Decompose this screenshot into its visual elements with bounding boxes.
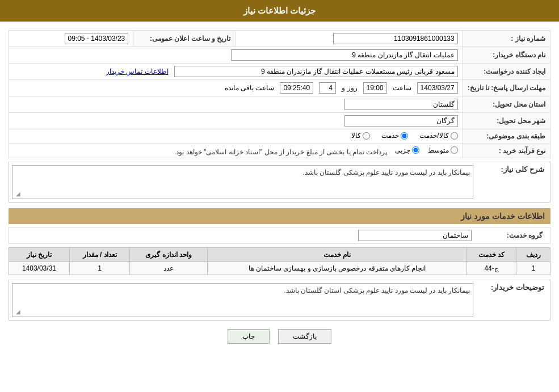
deadline-date-box: 1403/03/27 bbox=[417, 82, 458, 94]
service-group-row: گروه خدمت: ساختمان bbox=[9, 227, 550, 244]
back-button[interactable]: بازگشت bbox=[278, 329, 331, 344]
cell-row_num: 1 bbox=[516, 262, 550, 275]
service-group-box: ساختمان bbox=[358, 230, 472, 241]
col-row-num: ردیف bbox=[516, 248, 550, 262]
cell-quantity: 1 bbox=[69, 262, 130, 275]
buyer-resize-icon: ◢ bbox=[14, 309, 20, 315]
resize-icon: ◢ bbox=[14, 191, 20, 197]
radio-service: خدمت bbox=[381, 132, 408, 140]
deadline-days-box: 4 bbox=[319, 82, 336, 94]
city-value: گرگان bbox=[9, 113, 463, 129]
services-table: ردیف کد خدمت نام خدمت واحد اندازه گیری ت… bbox=[9, 247, 550, 275]
radio-medium-label: متوسط bbox=[428, 146, 449, 154]
city-label: شهر محل تحویل: bbox=[463, 113, 550, 129]
deadline-days-label-text: روز و bbox=[342, 84, 357, 92]
deadline-row: 1403/03/27 ساعت 19:00 روز و 4 09:25:40 س… bbox=[9, 80, 463, 96]
radio-part: جزیی bbox=[395, 146, 419, 154]
radio-goods-service-input[interactable] bbox=[451, 132, 458, 140]
main-wrapper: جزئیات اطلاعات نیاز شماره نیاز : 1103091… bbox=[0, 0, 559, 355]
category-label: طبقه بندی موضوعی: bbox=[463, 129, 550, 144]
deadline-time-box: 19:00 bbox=[363, 82, 387, 94]
creator-box: مسعود قربانی رئیس مستعملات عملیات انتقال… bbox=[174, 66, 458, 77]
province-label: استان محل تحویل: bbox=[463, 96, 550, 113]
city-box: گرگان bbox=[344, 115, 458, 127]
col-unit: واحد اندازه گیری bbox=[130, 248, 208, 262]
deadline-remaining-label-text: ساعت باقی مانده bbox=[225, 84, 275, 92]
content-area: شماره نیاز : 1103091861000133 تاریخ و سا… bbox=[0, 27, 559, 355]
cell-service_name: انجام کارهای متفرقه درخصوص بازسازی و بهس… bbox=[208, 262, 467, 275]
announce-value: 1403/03/23 - 09:05 bbox=[9, 31, 133, 47]
process-row: متوسط جزیی پرداخت تمام یا بخشی از مبلغ خ… bbox=[9, 144, 463, 158]
need-desc-label: شرح کلی نیاز: bbox=[473, 165, 547, 174]
need-number-box: 1103091861000133 bbox=[333, 33, 458, 44]
cell-need_date: 1403/03/31 bbox=[9, 262, 70, 275]
process-group: متوسط جزیی bbox=[395, 146, 458, 154]
need-number-label: شماره نیاز : bbox=[463, 31, 550, 47]
radio-goods-service-label: کالا/خدمت bbox=[419, 132, 448, 140]
buyer-desc-box: پیمانکار باید در لیست مورد تایید علوم پز… bbox=[12, 283, 473, 317]
deadline-label: مهلت ارسال پاسخ: تا تاریخ: bbox=[463, 80, 550, 96]
radio-part-label: جزیی bbox=[395, 146, 410, 154]
buyer-desc-container: پیمانکار باید در لیست مورد تایید علوم پز… bbox=[12, 283, 473, 317]
service-group-label: گروه خدمت: bbox=[472, 231, 545, 239]
col-quantity: تعداد / مقدار bbox=[69, 248, 130, 262]
need-desc-container: پیمانکار باید در لیست مورد تایید علوم پز… bbox=[12, 165, 473, 199]
contact-link[interactable]: اطلاعات تماس خریدار bbox=[106, 68, 169, 75]
need-desc-section: شرح کلی نیاز: پیمانکار باید در لیست مورد… bbox=[9, 162, 550, 203]
process-note: پرداخت تمام یا بخشی از مبلغ خریدار از مح… bbox=[174, 147, 387, 155]
buyer-desc-text: پیمانکار باید در لیست مورد تایید علوم پز… bbox=[15, 286, 470, 294]
print-button[interactable]: چاپ bbox=[228, 329, 270, 344]
deadline-time-label-text: ساعت bbox=[393, 84, 411, 92]
radio-service-input[interactable] bbox=[401, 132, 408, 140]
buttons-row: بازگشت چاپ bbox=[9, 329, 550, 344]
page-title: جزئیات اطلاعات نیاز bbox=[243, 6, 316, 15]
buyer-desc-label: توضیحات خریدار: bbox=[473, 283, 547, 292]
province-box: گلستان bbox=[344, 99, 458, 110]
category-radio-group: کالا/خدمت خدمت کالا bbox=[351, 132, 457, 140]
creator-value: مسعود قربانی رئیس مستعملات عملیات انتقال… bbox=[9, 64, 463, 80]
table-row: 1ج-44انجام کارهای متفرقه درخصوص بازسازی … bbox=[9, 262, 550, 275]
creator-label: ایجاد کننده درخواست: bbox=[463, 64, 550, 80]
radio-medium: متوسط bbox=[428, 146, 458, 154]
radio-medium-input[interactable] bbox=[451, 146, 458, 154]
province-value: گلستان bbox=[9, 96, 463, 113]
announce-box: 1403/03/23 - 09:05 bbox=[65, 33, 129, 44]
buyer-org-label: نام دستگاه خریدار: bbox=[463, 47, 550, 64]
col-service-code: کد خدمت bbox=[466, 248, 516, 262]
buyer-desc-section: توضیحات خریدار: پیمانکار باید در لیست مو… bbox=[9, 280, 550, 321]
need-number-value: 1103091861000133 bbox=[236, 31, 463, 47]
radio-goods: کالا bbox=[351, 132, 370, 140]
cell-unit: عدد bbox=[130, 262, 208, 275]
radio-goods-label: کالا bbox=[351, 132, 361, 140]
cell-service_code: ج-44 bbox=[466, 262, 516, 275]
announce-label: تاریخ و ساعت اعلان عمومی: bbox=[133, 31, 236, 47]
radio-goods-input[interactable] bbox=[363, 132, 370, 140]
page-header: جزئیات اطلاعات نیاز bbox=[0, 0, 559, 22]
info-table: شماره نیاز : 1103091861000133 تاریخ و سا… bbox=[9, 30, 550, 158]
radio-part-input[interactable] bbox=[412, 146, 419, 154]
need-desc-box: پیمانکار باید در لیست مورد تایید علوم پز… bbox=[12, 165, 473, 199]
radio-service-label: خدمت bbox=[381, 132, 399, 140]
services-header-text: اطلاعات خدمات مورد نیاز bbox=[461, 212, 545, 221]
buyer-org-value: عملیات انتقال گاز مازندران منطقه 9 bbox=[9, 47, 463, 64]
deadline-remaining-box: 09:25:40 bbox=[280, 82, 313, 94]
services-section-header: اطلاعات خدمات مورد نیاز bbox=[9, 208, 550, 224]
radio-goods-service: کالا/خدمت bbox=[419, 132, 457, 140]
col-need-date: تاریخ نیاز bbox=[9, 248, 70, 262]
need-desc-text: پیمانکار باید در لیست مورد تایید علوم پز… bbox=[15, 168, 470, 176]
buyer-org-box: عملیات انتقال گاز مازندران منطقه 9 bbox=[231, 49, 458, 61]
col-service-name: نام خدمت bbox=[208, 248, 467, 262]
category-row: کالا/خدمت خدمت کالا bbox=[9, 129, 463, 144]
process-label: نوع فرآیند خرید : bbox=[463, 144, 550, 158]
